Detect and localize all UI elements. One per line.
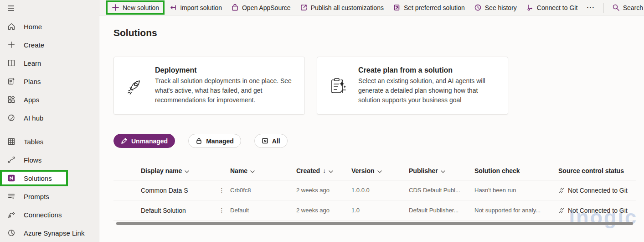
column-header-version[interactable]: Version	[351, 167, 409, 174]
create-plan-card[interactable]: Create plan from a solution Select an ex…	[317, 57, 508, 115]
appsource-bag-icon	[231, 4, 239, 11]
sidebar-item-flows[interactable]: Flows	[0, 151, 99, 169]
import-solution-button[interactable]: Import solution	[165, 1, 227, 14]
prompts-icon	[6, 191, 16, 201]
filter-all[interactable]: All	[254, 134, 288, 148]
solution-filters: Unmanaged Managed All	[113, 134, 288, 148]
column-label: Solution check	[474, 167, 520, 174]
column-label: Version	[351, 167, 375, 174]
chevron-down-icon	[329, 167, 333, 174]
table-row[interactable]: Common Data S ⋮ Crb0fc8 2 weeks ago 1.0.…	[113, 180, 636, 200]
publish-all-customizations-button[interactable]: Publish all customizations	[295, 1, 388, 14]
sidebar-item-label: Create	[24, 41, 44, 49]
sidebar-item-connections[interactable]: Connections	[0, 205, 99, 224]
cell-display-name[interactable]: Common Data S	[141, 187, 213, 194]
sidebar-item-label: Connections	[24, 211, 62, 219]
clipboard-sparkle-icon	[327, 76, 348, 96]
column-label: Created	[296, 167, 320, 174]
column-label: Name	[230, 167, 247, 174]
open-appsource-button[interactable]: Open AppSource	[227, 1, 295, 14]
sidebar-item-label: Tables	[24, 138, 43, 146]
deployment-card[interactable]: Deployment Track all solution deployment…	[113, 57, 305, 115]
sidebar-item-home[interactable]: Home	[0, 17, 99, 36]
more-commands-button[interactable]: ···	[582, 1, 599, 14]
command-bar-divider	[603, 3, 604, 13]
git-disconnected-icon	[558, 207, 565, 214]
git-disconnected-icon	[558, 187, 565, 194]
plans-icon	[6, 76, 16, 86]
search-label: Search	[623, 4, 643, 11]
card-description: Track all solution deployments in one pl…	[155, 76, 294, 105]
inogic-watermark: Inogic	[569, 205, 638, 229]
rocket-icon	[124, 76, 145, 96]
sidebar-item-plans[interactable]: Plans	[0, 72, 99, 90]
status-label: Not Connected to Git	[568, 187, 628, 194]
ai-hub-icon	[6, 113, 16, 123]
sort-descending-icon: ↓	[323, 167, 326, 174]
publish-icon	[300, 4, 308, 11]
chevron-down-icon	[441, 167, 445, 174]
chevron-down-icon	[250, 167, 255, 174]
search-icon	[612, 4, 620, 11]
cell-solution-check: Hasn't been run	[474, 187, 558, 194]
see-history-button[interactable]: See history	[469, 1, 521, 14]
sidebar-item-solutions[interactable]: Solutions	[0, 170, 68, 186]
card-text: Create plan from a solution Select an ex…	[358, 66, 498, 105]
cell-name: Crb0fc8	[230, 187, 296, 194]
sidebar-item-prompts[interactable]: Prompts	[0, 187, 99, 205]
new-solution-button[interactable]: New solution	[106, 0, 165, 15]
pencil-icon	[121, 137, 128, 144]
lock-icon	[196, 137, 202, 144]
sidebar-item-label: Plans	[24, 78, 41, 85]
chevron-down-icon	[185, 167, 189, 174]
sidebar-item-azure-synapse-link[interactable]: Azure Synapse Link	[0, 224, 99, 242]
set-preferred-solution-button[interactable]: Set preferred solution	[388, 1, 469, 14]
row-more-options-button[interactable]: ⋮	[213, 207, 230, 214]
filter-unmanaged[interactable]: Unmanaged	[113, 134, 175, 148]
sidebar-item-create[interactable]: Create	[0, 36, 99, 54]
filter-managed[interactable]: Managed	[188, 134, 241, 148]
sidebar-item-label: Learn	[24, 59, 41, 67]
plus-icon	[6, 40, 16, 50]
page-title: Solutions	[113, 27, 157, 38]
cell-solution-check: Not supported for analy...	[474, 207, 558, 214]
column-label: Display name	[141, 167, 182, 174]
synapse-link-icon	[6, 228, 16, 238]
card-description: Select an existing solution, and AI agen…	[358, 76, 498, 105]
cell-version: 1.0.0.0	[351, 187, 409, 194]
column-header-publisher[interactable]: Publisher	[409, 167, 474, 174]
command-label: Set preferred solution	[404, 4, 465, 11]
sidebar-item-tables[interactable]: Tables	[0, 132, 99, 151]
preferred-solution-icon	[393, 4, 401, 11]
column-header-name[interactable]: Name	[230, 167, 296, 174]
sidebar-nav: Home Create Learn Plans Apps AI hub Tabl…	[0, 16, 99, 242]
column-header-display-name[interactable]: Display name	[141, 167, 230, 174]
row-more-options-button[interactable]: ⋮	[213, 187, 230, 194]
horizontal-scrollbar[interactable]	[116, 222, 633, 225]
tables-icon	[6, 137, 16, 147]
column-header-created[interactable]: Created ↓	[296, 167, 351, 174]
cell-name: Default	[230, 207, 296, 214]
cell-display-name[interactable]: Default Solution	[141, 207, 213, 214]
command-label: New solution	[123, 4, 159, 11]
sidebar-item-learn[interactable]: Learn	[0, 54, 99, 72]
connect-to-git-button[interactable]: Connect to Git	[521, 1, 582, 14]
table-row[interactable]: Default Solution ⋮ Default 2 weeks ago 1…	[113, 200, 636, 221]
sidebar-item-apps[interactable]: Apps	[0, 90, 99, 109]
feature-cards: Deployment Track all solution deployment…	[113, 57, 508, 115]
filter-label: Managed	[206, 137, 234, 145]
search-button[interactable]: Search	[608, 1, 644, 14]
solutions-table: Display name Name Created ↓ Version Publ…	[113, 161, 636, 221]
command-label: Import solution	[180, 4, 222, 11]
cell-source-control-status: Not Connected to Git	[558, 187, 636, 194]
hamburger-menu-button[interactable]	[0, 0, 20, 16]
command-label: Connect to Git	[537, 4, 578, 11]
connections-icon	[6, 210, 16, 220]
book-icon	[6, 58, 16, 68]
cell-publisher: CDS Default Publ...	[409, 187, 474, 194]
import-icon	[169, 4, 177, 11]
apps-icon	[6, 95, 16, 105]
filter-label: Unmanaged	[131, 137, 168, 145]
sidebar-item-ai-hub[interactable]: AI hub	[0, 109, 99, 127]
table-header-row: Display name Name Created ↓ Version Publ…	[113, 161, 636, 180]
